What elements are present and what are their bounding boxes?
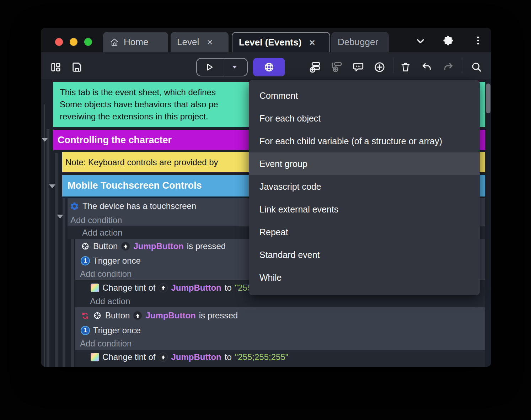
tabs-chevron-down-icon[interactable] xyxy=(413,34,428,48)
event-group-title: Controlling the character xyxy=(58,135,172,146)
trigger-once-icon: 1 xyxy=(81,256,90,265)
tint-palette-icon xyxy=(91,284,99,292)
menu-item-event-group[interactable]: Event group xyxy=(249,152,480,175)
window-menu-kebab-icon[interactable] xyxy=(471,33,485,48)
traffic-minimize-button[interactable] xyxy=(70,38,77,46)
screen: Home Level × Level (Events) × Debugger xyxy=(0,0,531,420)
collapse-triangle-icon[interactable] xyxy=(49,184,55,188)
extensions-puzzle-icon[interactable] xyxy=(442,33,456,48)
menu-item-standard-event[interactable]: Standard event xyxy=(249,243,480,266)
tab-home[interactable]: Home xyxy=(103,32,168,52)
add-event-icon[interactable] xyxy=(308,60,322,74)
indent-guide xyxy=(71,239,74,367)
menu-item-javascript-code[interactable]: Javascript code xyxy=(249,175,480,198)
globe-icon xyxy=(263,61,275,73)
toolbar xyxy=(41,52,491,79)
play-options-caret-icon[interactable] xyxy=(222,59,247,76)
event-subgroup-title: Mobile Touchscreen Controls xyxy=(68,180,202,191)
tint-palette-icon xyxy=(91,353,99,361)
gear-icon xyxy=(70,201,79,211)
object-name: JumpButton xyxy=(145,311,195,321)
add-circle-icon[interactable] xyxy=(372,60,387,74)
object-thumbnail-icon xyxy=(121,242,130,251)
titlebar: Home Level × Level (Events) × Debugger xyxy=(41,28,491,52)
collapse-triangle-icon[interactable] xyxy=(42,138,48,142)
traffic-zoom-button[interactable] xyxy=(84,38,92,46)
traffic-close-button[interactable] xyxy=(55,38,63,46)
trigger-once-icon: 1 xyxy=(81,326,90,335)
toolbar-divider xyxy=(393,57,393,74)
button-control-icon xyxy=(93,311,102,320)
delete-icon[interactable] xyxy=(398,60,413,74)
tab-level-events-label: Level (Events) xyxy=(239,37,301,48)
add-comment-icon[interactable] xyxy=(351,60,365,74)
add-action-link[interactable]: Add action xyxy=(75,364,485,367)
event-actions[interactable]: Change tint of JumpButton to "255;255;25… xyxy=(75,350,485,367)
project-manager-icon[interactable] xyxy=(49,60,63,74)
event-conditions[interactable]: Button JumpButton is pressed 1 Trigger o… xyxy=(75,307,485,350)
tint-value: "255;255;255" xyxy=(235,352,289,362)
indent-guide xyxy=(47,129,49,367)
menu-item-comment[interactable]: Comment xyxy=(249,84,480,107)
condition-row[interactable]: Button JumpButton is pressed xyxy=(75,307,485,324)
menu-item-link-external-events[interactable]: Link external events xyxy=(249,198,480,221)
object-thumbnail-icon xyxy=(133,311,142,320)
tab-level-close-icon[interactable]: × xyxy=(207,37,213,47)
redo-icon[interactable] xyxy=(441,60,455,74)
add-subevent-icon[interactable] xyxy=(329,60,344,74)
collapse-triangle-icon[interactable] xyxy=(57,215,63,219)
tab-debugger[interactable]: Debugger xyxy=(331,32,389,52)
undo-icon[interactable] xyxy=(420,60,434,74)
menu-item-while[interactable]: While xyxy=(249,266,480,289)
vertical-scrollbar-thumb[interactable] xyxy=(486,84,490,113)
play-button[interactable] xyxy=(197,59,222,76)
object-name: JumpButton xyxy=(171,283,221,293)
home-icon xyxy=(109,37,119,47)
indent-guide xyxy=(63,198,65,367)
object-thumbnail-icon xyxy=(159,352,168,362)
button-control-icon xyxy=(81,242,90,251)
add-event-context-menu: Comment For each object For each child v… xyxy=(249,80,480,295)
preview-globe-button[interactable] xyxy=(253,58,285,76)
tree-line xyxy=(44,104,45,367)
tab-level[interactable]: Level × xyxy=(171,32,229,52)
object-name: JumpButton xyxy=(133,241,183,251)
add-action-link[interactable]: Add action xyxy=(75,295,485,307)
toolbar-divider xyxy=(462,57,462,74)
tab-level-label: Level xyxy=(177,37,199,48)
inverted-condition-icon xyxy=(81,311,90,320)
search-icon[interactable] xyxy=(470,60,484,74)
condition-row[interactable]: 1 Trigger once xyxy=(75,324,485,337)
tab-debugger-label: Debugger xyxy=(338,37,378,48)
preview-play-split-button xyxy=(196,58,248,76)
app-window: Home Level × Level (Events) × Debugger xyxy=(41,28,491,367)
add-condition-link[interactable]: Add condition xyxy=(75,337,485,350)
save-icon[interactable] xyxy=(70,60,84,74)
menu-item-for-each-object[interactable]: For each object xyxy=(249,107,480,130)
condition-text: The device has a touchscreen xyxy=(82,201,196,211)
menu-item-for-each-child-variable[interactable]: For each child variable (of a structure … xyxy=(249,130,480,152)
object-name: JumpButton xyxy=(171,352,221,362)
tab-home-label: Home xyxy=(124,37,148,48)
note-text: Note: Keyboard controls are provided by xyxy=(65,157,218,167)
tab-level-events-close-icon[interactable]: × xyxy=(309,38,315,48)
object-thumbnail-icon xyxy=(159,283,168,292)
menu-item-repeat[interactable]: Repeat xyxy=(249,221,480,243)
tab-level-events[interactable]: Level (Events) × xyxy=(232,32,330,52)
action-row[interactable]: Change tint of JumpButton to "255;255;25… xyxy=(75,350,485,364)
